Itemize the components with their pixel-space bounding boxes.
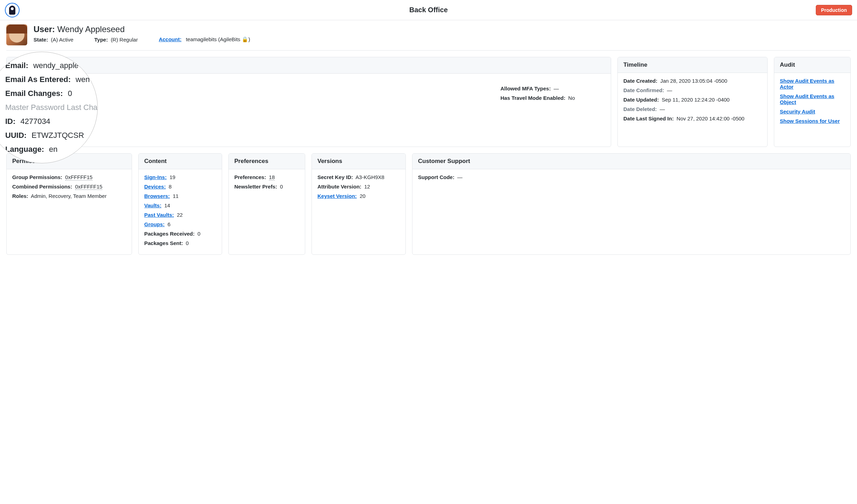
audit-link-security[interactable]: Security Audit (780, 109, 815, 114)
timeline-deleted: Date Deleted: — (623, 106, 762, 112)
content-groups: Groups: 6 (144, 221, 216, 227)
timeline-title: Timeline (618, 57, 767, 73)
mag-email-changes: Email Changes: 0 (5, 89, 97, 98)
browsers-link[interactable]: Browsers: (144, 193, 170, 199)
mag-mp-last-changed: Master Password Last Cha (5, 103, 97, 112)
ver-secretkey: Secret Key ID: A3-KGH9X8 (317, 174, 400, 180)
audit-title: Audit (774, 57, 850, 73)
perm-group: Group Permissions: 0xFFFFF15 (12, 174, 126, 180)
mag-id: ID: 4277034 (5, 117, 97, 126)
support-card: Customer Support Support Code: — (412, 153, 851, 255)
user-account: Account: teamagilebits (AgileBits 🔒) (159, 36, 250, 43)
content-card: Content Sign-Ins: 19 Devices: 8 Browsers… (138, 153, 222, 255)
content-pastvaults: Past Vaults: 22 (144, 212, 216, 218)
devices-link[interactable]: Devices: (144, 184, 166, 190)
detail-mfa: Allowed MFA Types: — (500, 86, 605, 91)
keyset-link[interactable]: Keyset Version: (317, 193, 357, 199)
support-code: Support Code: — (418, 174, 845, 180)
timeline-card: Timeline Date Created: Jan 28, 2020 13:0… (617, 57, 768, 147)
topbar: Back Office Production (0, 0, 857, 20)
pref-count: Preferences: 18 (234, 174, 299, 180)
perm-roles: Roles: Admin, Recovery, Team Member (12, 193, 126, 199)
ver-attr: Attribute Version: 12 (317, 184, 400, 190)
content-devices: Devices: 8 (144, 184, 216, 190)
app-logo-icon[interactable] (5, 3, 20, 17)
avatar (6, 24, 27, 45)
support-title: Customer Support (412, 154, 850, 169)
timeline-updated: Date Updated: Sep 11, 2020 12:24:20 -040… (623, 97, 762, 103)
page-title: User: Wendy Appleseed (34, 24, 851, 34)
ver-keyset: Keyset Version: 20 (317, 193, 400, 199)
pastvaults-link[interactable]: Past Vaults: (144, 212, 174, 218)
pref-newsletter: Newsletter Prefs: 0 (234, 184, 299, 190)
account-link[interactable]: Account: (159, 36, 182, 42)
content-browsers: Browsers: 11 (144, 193, 216, 199)
mag-uuid: UUID: ETWZJTQCSR (5, 131, 97, 140)
timeline-lastsign: Date Last Signed In: Nov 27, 2020 14:42:… (623, 116, 762, 121)
user-header: User: Wendy Appleseed State: (A) Active … (6, 24, 851, 51)
app-title: Back Office (409, 6, 448, 14)
content-title: Content (139, 154, 222, 169)
versions-card: Versions Secret Key ID: A3-KGH9X8 Attrib… (312, 153, 406, 255)
audit-link-object[interactable]: Show Audit Events as Object (780, 93, 834, 105)
user-type: Type: (R) Regular (94, 37, 138, 43)
content-vaults: Vaults: 14 (144, 202, 216, 208)
preferences-card: Preferences Preferences: 18 Newsletter P… (228, 153, 305, 255)
content-pkg-recv: Packages Received: 0 (144, 231, 216, 237)
content-pkg-sent: Packages Sent: 0 (144, 240, 216, 246)
vaults-link[interactable]: Vaults: (144, 202, 161, 208)
mag-email-entered: Email As Entered: wen (5, 75, 97, 84)
content-signins: Sign-Ins: 19 (144, 174, 216, 180)
signins-link[interactable]: Sign-Ins: (144, 174, 167, 180)
environment-badge[interactable]: Production (816, 5, 852, 15)
preferences-title: Preferences (229, 154, 305, 169)
audit-link-sessions[interactable]: Show Sessions for User (780, 118, 840, 124)
permissions-card: Permissions Group Permissions: 0xFFFFF15… (6, 153, 132, 255)
groups-link[interactable]: Groups: (144, 221, 164, 227)
detail-travel: Has Travel Mode Enabled: No (500, 95, 605, 101)
versions-title: Versions (312, 154, 405, 169)
timeline-created: Date Created: Jan 28, 2020 13:05:04 -050… (623, 78, 762, 84)
timeline-confirmed: Date Confirmed: — (623, 87, 762, 93)
audit-card: Audit Show Audit Events as Actor Show Au… (774, 57, 851, 147)
perm-combined: Combined Permissions: 0xFFFFF15 (12, 184, 126, 190)
audit-link-actor[interactable]: Show Audit Events as Actor (780, 78, 834, 90)
user-state: State: (A) Active (34, 37, 73, 43)
